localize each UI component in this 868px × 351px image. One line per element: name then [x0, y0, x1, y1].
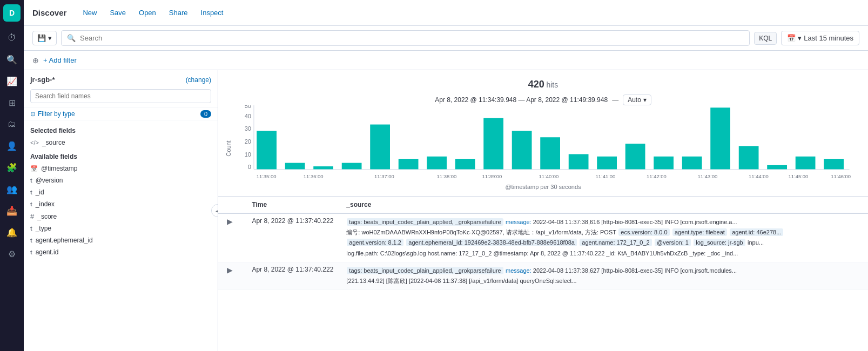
grid-icon[interactable]: ⊞	[2, 93, 22, 112]
source-col-header[interactable]: _source	[340, 197, 868, 213]
field-item-score[interactable]: # _score	[24, 210, 218, 222]
bag-icon[interactable]: 🗂	[2, 114, 22, 134]
svg-text:11:40:00: 11:40:00	[539, 173, 559, 179]
expand-row-button-2[interactable]: ▶	[225, 266, 235, 274]
field-search-input[interactable]	[30, 89, 211, 103]
search-input-wrap[interactable]: 🔍	[61, 30, 750, 46]
field-name-ephemeral-id: agent.ephemeral_id	[36, 237, 93, 244]
time-picker[interactable]: 📅 ▾ Last 15 minutes	[781, 31, 859, 45]
date-range: Apr 8, 2022 @ 11:34:39.948 — Apr 8, 2022…	[231, 94, 855, 105]
filter-by-type-row: ⊙ Filter by type 0	[24, 107, 218, 120]
search-bar: 💾 ▾ 🔍 KQL 📅 ▾ Last 15 minutes	[24, 26, 868, 51]
chart-wrap: Count 0 10 20 30 40 50	[231, 105, 855, 192]
field-name-index: _index	[36, 200, 55, 208]
inbox-icon[interactable]: 📥	[2, 201, 22, 220]
field-item-source[interactable]: </> _source	[24, 137, 218, 148]
user-icon[interactable]: 👤	[2, 136, 22, 156]
chart-icon[interactable]: 📈	[2, 71, 22, 91]
svg-text:30: 30	[245, 125, 251, 132]
chevron-down-icon: ▾	[48, 34, 52, 42]
filter-by-type-button[interactable]: ⊙ Filter by type	[30, 110, 75, 118]
x-axis-label: @timestamp per 30 seconds	[231, 184, 855, 190]
add-filter-button[interactable]: + Add filter	[43, 56, 77, 64]
tag-log-source: log_source: jr-sgb	[694, 239, 745, 246]
inspect-button[interactable]: Inspect	[196, 6, 229, 19]
t-icon-index: t	[30, 201, 32, 207]
share-button[interactable]: Share	[164, 6, 193, 19]
t-icon-ephemeral: t	[30, 237, 32, 244]
field-name-agent-id: agent.id	[36, 248, 59, 256]
svg-rect-25	[739, 146, 759, 169]
search-input[interactable]	[80, 34, 744, 42]
kql-badge[interactable]: KQL	[754, 32, 777, 45]
svg-rect-10	[313, 166, 333, 169]
svg-rect-21	[625, 144, 645, 169]
chevron-down-icon2: ▾	[798, 34, 802, 42]
field-item-version[interactable]: t @version	[24, 174, 218, 186]
person-circle-icon[interactable]: 👥	[2, 179, 22, 199]
save-button[interactable]: Save	[104, 6, 131, 19]
tag-beats-2: tags: beats_input_codec_plain_applied, _…	[347, 267, 503, 274]
field-item-index[interactable]: t _index	[24, 198, 218, 210]
filter-by-type-label: Filter by type	[38, 110, 75, 118]
index-pattern-row: jr-sgb-* (change)	[24, 70, 218, 87]
open-button[interactable]: Open	[133, 6, 162, 19]
svg-rect-11	[342, 163, 362, 170]
field-item-agent-id[interactable]: t agent.id	[24, 246, 218, 258]
right-panel: 420 hits Apr 8, 2022 @ 11:34:39.948 — Ap…	[218, 70, 868, 351]
svg-rect-18	[540, 137, 560, 169]
field-item-timestamp[interactable]: 📅 @timestamp	[24, 163, 218, 174]
val-message-2: 2022-04-08 11:37:38,627 [http-bio-8081-e…	[533, 267, 737, 274]
time-col-header[interactable]: Time	[245, 197, 340, 213]
svg-text:11:38:00: 11:38:00	[437, 173, 457, 179]
t-icon-agent-id: t	[30, 249, 32, 255]
field-name-id: _id	[36, 188, 44, 196]
tag-agent-name: agent.name: 172_17_0_2	[580, 239, 651, 246]
val-ip-info: [221.13.44.92] [陈富欣] [2022-04-08 11:37:3…	[346, 278, 576, 284]
source-cell: tags: beats_input_codec_plain_applied, _…	[340, 213, 868, 262]
tag-at-version: @version: 1	[655, 239, 691, 246]
field-item-type[interactable]: t _type	[24, 222, 218, 234]
svg-rect-15	[455, 159, 475, 169]
calendar-field-icon: 📅	[30, 165, 38, 172]
histogram-chart: 0 10 20 30 40 50	[231, 105, 855, 181]
svg-rect-19	[569, 154, 589, 169]
query-bar-icon[interactable]: 💾 ▾	[32, 31, 57, 45]
val-logfile: log.file.path: C:\02logs\sgb.log host.na…	[346, 250, 738, 256]
content-area: ◀ jr-sgb-* (change) ⊙ Filter by type 0 S…	[24, 70, 868, 351]
search-icon: 🔍	[67, 34, 76, 42]
calendar-icon: 📅	[787, 34, 796, 42]
t-icon-version: t	[30, 177, 32, 184]
change-index-link[interactable]: (change)	[186, 76, 211, 84]
new-button[interactable]: New	[77, 6, 102, 19]
svg-rect-14	[427, 157, 447, 170]
expand-col-header	[218, 197, 245, 213]
app-sidebar: D ⏱ 🔍 📈 ⊞ 🗂 👤 🧩 👥 📥 🔔 ⚙	[0, 0, 24, 351]
svg-text:10: 10	[245, 151, 251, 158]
field-name-version: @version	[36, 177, 63, 184]
alert-icon[interactable]: 🔔	[2, 222, 22, 242]
results-area[interactable]: Time _source ▶ Apr 8, 2022 @ 11:37:40.22…	[218, 197, 868, 351]
puzzle-icon[interactable]: 🧩	[2, 158, 22, 177]
code-icon: </>	[30, 139, 39, 146]
field-name-type: _type	[36, 225, 51, 232]
svg-rect-12	[370, 125, 390, 170]
app-logo: D	[3, 4, 21, 22]
field-item-ephemeral-id[interactable]: t agent.ephemeral_id	[24, 234, 218, 246]
tag-agent-version: agent.version: 8.1.2	[347, 239, 403, 246]
expand-row-button[interactable]: ▶	[225, 217, 235, 226]
auto-interval-select[interactable]: Auto ▾	[623, 94, 651, 105]
svg-text:11:36:00: 11:36:00	[304, 173, 324, 179]
svg-text:11:42:00: 11:42:00	[647, 173, 667, 179]
date-range-text: Apr 8, 2022 @ 11:34:39.948 — Apr 8, 2022…	[435, 96, 608, 104]
clock-icon[interactable]: ⏱	[2, 28, 22, 48]
discover-icon[interactable]: 🔍	[2, 50, 22, 69]
page-title: Discover	[32, 8, 66, 17]
selected-fields-label: Selected fields	[24, 123, 218, 137]
field-item-id[interactable]: t _id	[24, 186, 218, 198]
settings-icon[interactable]: ⚙	[2, 244, 22, 264]
save-query-icon: 💾	[37, 34, 46, 42]
svg-text:11:35:00: 11:35:00	[257, 173, 277, 179]
results-table: Time _source ▶ Apr 8, 2022 @ 11:37:40.22…	[218, 197, 868, 290]
y-axis-label: Count	[225, 140, 232, 156]
